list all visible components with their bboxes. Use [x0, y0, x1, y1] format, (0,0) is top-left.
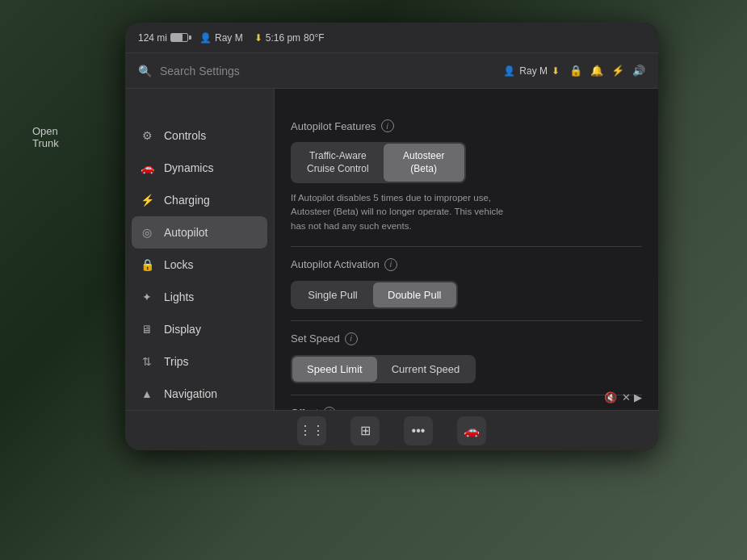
autopilot-label: Autopilot — [164, 226, 208, 239]
trunk-label: Trunk — [32, 137, 59, 149]
topbar-download-icon: ⬇ — [552, 65, 560, 77]
locks-icon: 🔒 — [140, 257, 154, 272]
divider-3 — [291, 395, 642, 395]
autopilot-features-info-icon[interactable]: i — [381, 119, 394, 132]
set-speed-header: Set Speed i — [291, 332, 642, 345]
sidebar-item-navigation[interactable]: ▲ Navigation — [125, 378, 274, 410]
display-label: Display — [164, 323, 201, 336]
current-speed-btn[interactable]: Current Speed — [377, 357, 475, 382]
autopilot-features-title: Autopilot Features — [291, 120, 376, 132]
status-time: ⬇ 5:16 pm 80°F — [254, 32, 645, 44]
open-trunk-area: Open Trunk — [32, 125, 59, 149]
sidebar-item-autopilot[interactable]: ◎ Autopilot — [132, 216, 267, 249]
autopilot-activation-title: Autopilot Activation — [291, 258, 380, 270]
sidebar-item-trips[interactable]: ⇅ Trips — [125, 345, 274, 378]
status-center: ⬇ 5:16 pm 80°F — [254, 32, 645, 44]
sidebar-item-dynamics[interactable]: 🚗 Dynamics — [125, 152, 274, 184]
set-speed-title: Set Speed — [291, 332, 340, 345]
autopilot-features-header: Autopilot Features i — [291, 119, 642, 132]
speed-limit-btn[interactable]: Speed Limit — [292, 357, 377, 382]
traffic-aware-btn[interactable]: Traffic-AwareCruise Control — [292, 144, 384, 182]
status-user: 👤 Ray M — [199, 32, 243, 44]
navigation-icon: ▲ — [140, 387, 154, 401]
main-content: Autopilot Features i Traffic-AwareCruise… — [275, 53, 658, 415]
lights-icon: ✦ — [140, 290, 154, 304]
controls-label: Controls — [164, 129, 206, 142]
volume-icon-top: 🔊 — [632, 65, 645, 77]
volume-mute-icon[interactable]: 🔇 — [604, 391, 617, 403]
search-bar: 🔍 Search Settings 👤 Ray M ⬇ 🔒 🔔 ⚡ 🔊 — [125, 53, 658, 89]
taskbar-grid-icon[interactable]: ⋮⋮ — [297, 416, 326, 445]
topbar-icons: 🔒 🔔 ⚡ 🔊 — [569, 65, 645, 77]
set-speed-info-icon[interactable]: i — [345, 332, 358, 345]
autosteer-btn[interactable]: Autosteer(Beta) — [384, 144, 464, 182]
volume-area: 🔇 ✕ ▶ — [604, 391, 642, 403]
sidebar-item-locks[interactable]: 🔒 Locks — [125, 249, 274, 281]
navigation-label: Navigation — [164, 387, 217, 400]
search-input[interactable]: Search Settings — [160, 65, 240, 77]
autopilot-activation-info-icon[interactable]: i — [384, 258, 397, 271]
taskbar-car-icon[interactable]: 🚗 — [457, 416, 486, 445]
search-bar-right: 👤 Ray M ⬇ 🔒 🔔 ⚡ 🔊 — [503, 65, 645, 77]
dynamics-icon: 🚗 — [140, 161, 154, 175]
topbar-user: 👤 Ray M ⬇ — [503, 65, 560, 77]
autopilot-activation-toggle: Single Pull Double Pull — [291, 281, 458, 309]
lights-label: Lights — [164, 290, 194, 303]
autopilot-icon: ◎ — [140, 225, 154, 240]
battery-icon — [170, 33, 188, 42]
sidebar-item-lights[interactable]: ✦ Lights — [125, 281, 274, 313]
autopilot-warning-text: If Autopilot disables 5 times due to imp… — [291, 191, 517, 233]
settings-panel: ⚙ Controls 🚗 Dynamics ⚡ Charging ◎ Autop… — [125, 53, 658, 415]
controls-icon: ⚙ — [140, 128, 154, 143]
display-icon: 🖥 — [140, 322, 154, 336]
volume-controls: ✕ ▶ — [622, 391, 642, 403]
taskbar-apps-icon[interactable]: ⊞ — [350, 416, 380, 445]
divider-1 — [291, 246, 642, 247]
taskbar-dots-icon[interactable]: ••• — [404, 416, 433, 445]
trips-label: Trips — [164, 355, 189, 368]
lock-icon: 🔒 — [569, 65, 582, 77]
charging-icon: ⚡ — [140, 193, 154, 207]
autopilot-features-toggle: Traffic-AwareCruise Control Autosteer(Be… — [291, 142, 466, 183]
status-bar: 124 mi 👤 Ray M ⬇ 5:16 pm 80°F — [125, 23, 658, 53]
sidebar: ⚙ Controls 🚗 Dynamics ⚡ Charging ◎ Autop… — [125, 53, 275, 415]
charging-label: Charging — [164, 194, 210, 207]
dynamics-label: Dynamics — [164, 161, 213, 174]
double-pull-btn[interactable]: Double Pull — [373, 282, 456, 307]
bell-icon: 🔔 — [590, 65, 603, 77]
open-label: Open — [32, 125, 59, 137]
sidebar-item-controls[interactable]: ⚙ Controls — [125, 119, 274, 152]
divider-2 — [291, 320, 642, 321]
single-pull-btn[interactable]: Single Pull — [292, 282, 373, 307]
search-icon: 🔍 — [138, 65, 152, 77]
mileage: 124 mi — [138, 32, 188, 44]
user-icon: 👤 — [503, 65, 515, 77]
topbar-username: Ray M — [519, 65, 548, 77]
taskbar: ⋮⋮ ⊞ ••• 🚗 — [125, 410, 658, 450]
autopilot-activation-header: Autopilot Activation i — [291, 258, 642, 271]
locks-label: Locks — [164, 258, 194, 271]
sidebar-item-charging[interactable]: ⚡ Charging — [125, 184, 274, 216]
trips-icon: ⇅ — [140, 354, 154, 369]
sidebar-item-display[interactable]: 🖥 Display — [125, 313, 274, 345]
tesla-screen: 124 mi 👤 Ray M ⬇ 5:16 pm 80°F 🔍 Search S… — [125, 23, 658, 450]
set-speed-toggle: Speed Limit Current Speed — [291, 355, 476, 383]
bluetooth-icon: ⚡ — [611, 65, 624, 77]
